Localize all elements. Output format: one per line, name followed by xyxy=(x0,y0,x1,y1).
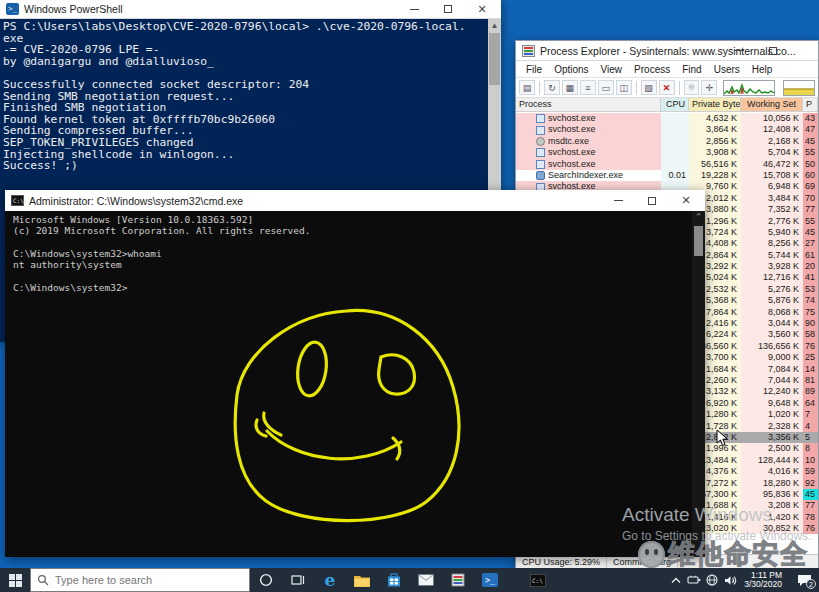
show-tree-icon[interactable]: ≡ xyxy=(580,80,596,95)
taskbar-search[interactable] xyxy=(30,568,250,592)
file-explorer-icon xyxy=(354,574,370,587)
file-explorer-button[interactable] xyxy=(346,568,378,592)
scroll-thumb[interactable] xyxy=(489,33,500,85)
console-line: (c) 2019 Microsoft Corporation. All righ… xyxy=(13,225,705,236)
desktop: >_ Windows PowerShell ✕ PS C:\Users\labs… xyxy=(0,0,819,592)
tray-expand-button[interactable] xyxy=(667,568,685,592)
column-headers: Process CPU Private Bytes Working Set P xyxy=(516,98,818,112)
column-process[interactable]: Process xyxy=(516,98,661,111)
menu-file[interactable]: File xyxy=(520,64,548,75)
menu-find[interactable]: Find xyxy=(676,64,707,75)
powershell-titlebar[interactable]: >_ Windows PowerShell ✕ xyxy=(0,0,501,19)
chevron-up-icon xyxy=(671,577,681,584)
process-row[interactable]: svchost.exe4,632 K10,056 K43 xyxy=(516,113,818,124)
person-icon xyxy=(536,171,545,180)
cmd-taskbar-button[interactable]: C:\ xyxy=(522,568,554,592)
scroll-up-icon[interactable]: ⌃ xyxy=(692,211,705,224)
save-icon[interactable]: ▤ xyxy=(519,80,535,95)
column-cpu[interactable]: CPU xyxy=(661,98,689,111)
kill-process-icon[interactable]: ✕ xyxy=(659,80,675,95)
process-row[interactable]: svchost.exe3,864 K12,408 K47 xyxy=(516,124,818,135)
process-row[interactable]: SearchIndexer.exe0.0119,228 K15,708 K60 xyxy=(516,170,818,181)
windows-logo-icon xyxy=(9,574,22,587)
mouse-cursor xyxy=(716,429,729,447)
find-icon[interactable]: ⌾ xyxy=(684,80,700,95)
scroll-up-icon[interactable]: ▲ xyxy=(488,19,501,32)
commit-history-graph[interactable] xyxy=(783,80,815,96)
svchost-icon xyxy=(536,126,545,135)
menu-options[interactable]: Options xyxy=(548,64,594,75)
menu-bar: File Options View Process Find Users Hel… xyxy=(516,61,818,78)
power-tray-button[interactable] xyxy=(685,568,703,592)
search-input[interactable] xyxy=(55,574,225,586)
console-line: nt authority\system xyxy=(13,259,705,270)
taskbar-clock[interactable]: 1:11 PM 3/30/2020 xyxy=(739,571,789,590)
clock-date: 3/30/2020 xyxy=(744,580,782,590)
svchost-icon xyxy=(536,160,545,169)
console-line: Successfully connected socket descriptor… xyxy=(3,79,501,91)
procexp-taskbar-icon xyxy=(451,573,465,587)
column-private-bytes[interactable]: Private Bytes xyxy=(689,98,741,111)
console-line xyxy=(13,237,705,248)
task-view-button[interactable] xyxy=(282,568,314,592)
close-button[interactable]: ✕ xyxy=(669,190,703,211)
procexp-taskbar-button[interactable] xyxy=(442,568,474,592)
column-working-set[interactable]: Working Set xyxy=(741,98,803,111)
svchost-icon xyxy=(536,148,545,157)
menu-view[interactable]: View xyxy=(595,64,629,75)
console-line: Success! ;) xyxy=(3,160,501,172)
menu-users[interactable]: Users xyxy=(708,64,746,75)
minimize-button[interactable] xyxy=(722,41,756,60)
properties-icon[interactable]: ▧ xyxy=(641,80,657,95)
console-line: Finished SMB negotiation xyxy=(3,102,501,114)
maximize-button[interactable] xyxy=(635,190,669,211)
console-line: C:\Windows\system32> xyxy=(13,282,705,293)
console-line: by @danigargu and @dialluvioso_ xyxy=(3,56,501,68)
cpu-history-graph[interactable] xyxy=(723,80,775,96)
powershell-taskbar-button[interactable]: >_ xyxy=(474,568,506,592)
menu-help[interactable]: Help xyxy=(746,64,779,75)
close-button[interactable]: ✕ xyxy=(465,0,499,18)
console-line: SEP_TOKEN_PRIVILEGES changed xyxy=(3,137,501,149)
cmd-taskbar-icon: C:\ xyxy=(530,574,546,587)
mail-icon xyxy=(418,574,434,586)
minimize-button[interactable] xyxy=(601,190,635,211)
volume-tray-button[interactable] xyxy=(721,568,739,592)
brand-watermark: 维他命安全 xyxy=(638,536,808,572)
powershell-icon: >_ xyxy=(6,3,19,15)
notification-badge: 2 xyxy=(806,579,816,589)
network-globe-icon xyxy=(706,574,718,586)
notification-center-button[interactable]: 2 xyxy=(789,568,819,592)
process-explorer-titlebar[interactable]: Process Explorer - Sysinternals: www.sys… xyxy=(516,41,818,61)
system-info-icon[interactable]: ▦ xyxy=(562,80,578,95)
store-button[interactable] xyxy=(378,568,410,592)
find-window-icon[interactable]: ✛ xyxy=(701,80,717,95)
process-row[interactable]: svchost.exe3,908 K5,704 K55 xyxy=(516,147,818,158)
edge-button[interactable]: e xyxy=(314,568,346,592)
network-tray-button[interactable] xyxy=(703,568,721,592)
mail-button[interactable] xyxy=(410,568,442,592)
show-dlls-icon[interactable]: ▭ xyxy=(598,80,614,95)
maximize-button[interactable] xyxy=(431,0,465,18)
start-button[interactable] xyxy=(0,568,30,592)
process-row[interactable]: msdtc.exe2,856 K2,168 K45 xyxy=(516,136,818,147)
menu-process[interactable]: Process xyxy=(628,64,676,75)
show-handles-icon[interactable]: ◫ xyxy=(616,80,632,95)
minimize-button[interactable] xyxy=(397,0,431,18)
cortana-icon xyxy=(259,573,273,587)
refresh-icon[interactable]: ↻ xyxy=(544,80,560,95)
toolbar: ▤ ↻ ▦ ≡ ▭ ◫ ▧ ✕ ⌾ ✛ xyxy=(516,78,818,98)
process-row[interactable]: svchost.exe56,516 K46,472 K50 xyxy=(516,159,818,170)
cmd-titlebar[interactable]: C:\ Administrator: C:\Windows\system32\c… xyxy=(5,190,705,211)
activate-line1: Activate Windows xyxy=(622,504,811,526)
column-pid[interactable]: P xyxy=(803,98,818,111)
powershell-title: Windows PowerShell xyxy=(24,3,123,15)
maximize-button[interactable] xyxy=(756,41,790,60)
console-line: PS C:\Users\labs\Desktop\CVE-2020-0796\l… xyxy=(3,21,501,33)
cmd-console[interactable]: Microsoft Windows [Version 10.0.18363.59… xyxy=(5,211,705,557)
scroll-thumb[interactable] xyxy=(694,226,703,256)
cpu-usage-status: CPU Usage: 5.29% xyxy=(516,555,607,569)
gear-icon xyxy=(536,137,545,146)
cortana-button[interactable] xyxy=(250,568,282,592)
svchost-icon xyxy=(536,114,545,123)
